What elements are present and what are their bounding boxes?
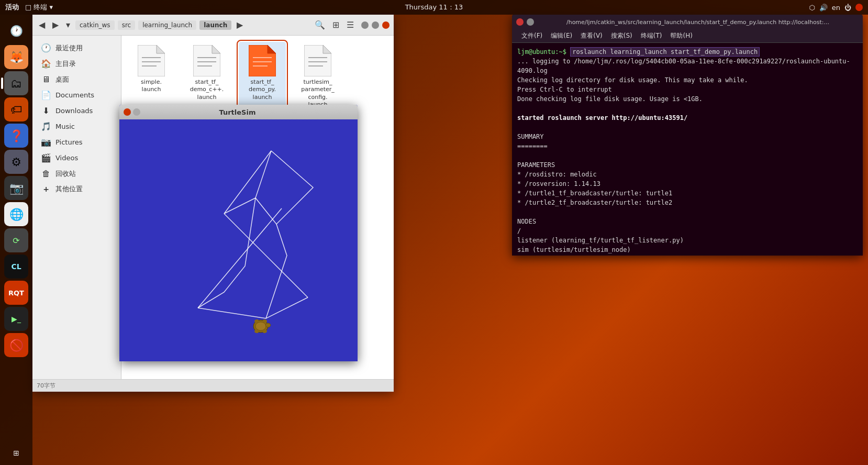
turtlesim-title: TurtleSim (140, 108, 335, 116)
term-line-6: SUMMARY (517, 132, 858, 141)
file-turtlesim-param[interactable]: turtlesim_parameter_config.launch (294, 42, 341, 112)
lang-selector[interactable]: en (832, 4, 840, 12)
documents-icon: 📄 (41, 90, 51, 100)
menu-file[interactable]: 文件(F) (517, 30, 547, 41)
sidebar-label-documents: Documents (55, 91, 94, 99)
file-start-tf-py[interactable]: start_tf_demo_py.launch (239, 42, 286, 112)
terminal-close-btn[interactable] (516, 18, 524, 26)
terminal-min-btn[interactable] (527, 18, 534, 26)
file-start-tf-cpp[interactable]: start_tf_demo_c++.launch (183, 42, 230, 112)
menu-terminal[interactable]: 终端(T) (637, 30, 666, 41)
breadcrumb-launch[interactable]: launch (199, 20, 231, 30)
fm-back-button[interactable]: ◀ (37, 19, 47, 31)
fm-status-text: 70字节 (37, 382, 55, 390)
breadcrumb-learning[interactable]: learning_launch (138, 20, 196, 30)
dock-block[interactable]: 🚫 (4, 333, 28, 357)
menu-edit[interactable]: 编辑(E) (547, 30, 576, 41)
sidebar-label-desktop: 桌面 (55, 75, 69, 84)
menu-help[interactable]: 帮助(H) (666, 30, 696, 41)
turtle-path-drawing (119, 119, 358, 361)
topbar: 活动 □ 终端 ▾ Thursday 11：13 ⬡ 🔊 en ⏻ (0, 0, 868, 15)
terminal-menu-label[interactable]: □ 终端 ▾ (25, 3, 53, 12)
fm-sidebar: 🕐 最近使用 🏠 主目录 🖥 桌面 📄 Documents ⬇ Download… (32, 36, 121, 379)
dock-terminal[interactable]: ▶_ (4, 307, 28, 331)
dock-chrome[interactable]: 🌐 (4, 202, 28, 226)
dock-camera[interactable]: 📷 (4, 176, 28, 200)
sidebar-item-videos[interactable]: 🎬 Videos (35, 150, 119, 165)
fm-breadcrumb-arrow[interactable]: ▶ (235, 19, 245, 31)
terminal-titlebar: /home/ljm/catkin_ws/src/learning_launch/… (512, 15, 863, 29)
dock-firefox[interactable]: 🦊 (4, 45, 28, 69)
sidebar-item-other[interactable]: + 其他位置 (35, 182, 119, 196)
videos-icon: 🎬 (41, 153, 51, 163)
fm-forward-button[interactable]: ▶ (50, 19, 61, 31)
sidebar-label-other: 其他位置 (55, 184, 83, 194)
fm-statusbar: 70字节 (32, 379, 394, 392)
sidebar-item-recent[interactable]: 🕐 最近使用 (35, 40, 119, 56)
sidebar-label-downloads: Downloads (55, 107, 93, 115)
term-line-2: Checking log directory for disk usage. T… (517, 75, 858, 85)
downloads-icon: ⬇ (41, 106, 51, 116)
terminal-window: /home/ljm/catkin_ws/src/learning_launch/… (512, 15, 863, 256)
term-line-7: ======== (517, 141, 858, 151)
file-icon-cpp (193, 45, 220, 76)
file-simple-launch[interactable]: simple.launch (128, 42, 175, 112)
turtlesim-win-btns (124, 108, 140, 116)
sidebar-item-documents[interactable]: 📄 Documents (35, 87, 119, 103)
sidebar-item-desktop[interactable]: 🖥 桌面 (35, 72, 119, 87)
dock-clion[interactable]: CL (4, 254, 28, 279)
power-icon[interactable]: ⏻ (844, 4, 851, 12)
fm-search-button[interactable]: 🔍 (313, 19, 327, 31)
network-icon[interactable]: ⬡ (809, 4, 815, 12)
dock-settings[interactable]: ⚙ (4, 150, 28, 174)
recent-icon: 🕐 (41, 43, 51, 53)
dock-apps[interactable]: ⊞ (4, 441, 28, 465)
sidebar-item-music[interactable]: 🎵 Music (35, 119, 119, 134)
dock-recent[interactable]: 🕐 (4, 19, 28, 43)
breadcrumb-src[interactable]: src (118, 20, 136, 30)
fm-minimize-btn[interactable] (361, 21, 369, 29)
pictures-icon: 📷 (41, 137, 51, 147)
turtlesim-close-btn[interactable] (124, 108, 131, 116)
svg-point-23 (255, 322, 266, 330)
dock-updates[interactable]: ⟳ (4, 228, 28, 252)
term-line-11: * /turtle1_tf_broadcaster/turtle: turtle… (517, 189, 858, 198)
volume-icon[interactable]: 🔊 (819, 4, 828, 12)
dock-files[interactable]: 🗂 (4, 71, 28, 95)
term-line-17: teleop (turtlesim/turtle_teleop_key) (517, 254, 858, 256)
file-label-cpp: start_tf_demo_c++.launch (190, 79, 224, 101)
term-line-15: listener (learning_tf/turtle_tf_listener… (517, 236, 858, 245)
dock-help[interactable]: ❓ (4, 124, 28, 148)
sidebar-item-pictures[interactable]: 📷 Pictures (35, 135, 119, 150)
term-line-prompt: ljm@ubuntu:~$ roslaunch learning_launch … (517, 47, 858, 57)
svg-point-24 (265, 323, 271, 327)
activities-label[interactable]: 活动 (5, 3, 19, 12)
term-line-9: * /rosdistro: melodic (517, 170, 858, 179)
dock-rqt[interactable]: RQT (4, 281, 28, 305)
term-line-3: Press Ctrl-C to interrupt (517, 85, 858, 94)
close-btn-topbar[interactable] (855, 4, 863, 11)
menu-view[interactable]: 查看(V) (576, 30, 607, 41)
sidebar-item-home[interactable]: 🏠 主目录 (35, 56, 119, 71)
fm-close-btn[interactable] (382, 21, 390, 29)
dock-software[interactable]: 🏷 (4, 97, 28, 121)
fm-view-toggle[interactable]: ⊞ (330, 19, 341, 31)
turtlesim-minimize-btn[interactable] (133, 108, 140, 116)
menu-search[interactable]: 搜索(S) (607, 30, 637, 41)
term-line-12: * /turtle2_tf_broadcaster/turtle: turtle… (517, 198, 858, 207)
fm-toolbar: ◀ ▶ ▾ catkin_ws src learning_launch laun… (32, 15, 394, 36)
fm-maximize-btn[interactable] (372, 21, 379, 29)
term-line-13: NODES (517, 217, 858, 226)
breadcrumb-catkin[interactable]: catkin_ws (75, 20, 115, 30)
other-icon: + (41, 185, 51, 193)
sidebar-label-home: 主目录 (55, 59, 76, 69)
terminal-content[interactable]: ljm@ubuntu:~$ roslaunch learning_launch … (512, 43, 863, 256)
file-icon-simple (138, 45, 165, 76)
fm-up-button[interactable]: ▾ (64, 19, 72, 31)
svg-line-20 (224, 214, 308, 297)
fm-menu-button[interactable]: ☰ (344, 19, 356, 31)
sidebar-item-downloads[interactable]: ⬇ Downloads (35, 103, 119, 118)
music-icon: 🎵 (41, 121, 51, 131)
home-icon: 🏠 (41, 59, 51, 69)
sidebar-item-trash[interactable]: 🗑 回收站 (35, 166, 119, 181)
